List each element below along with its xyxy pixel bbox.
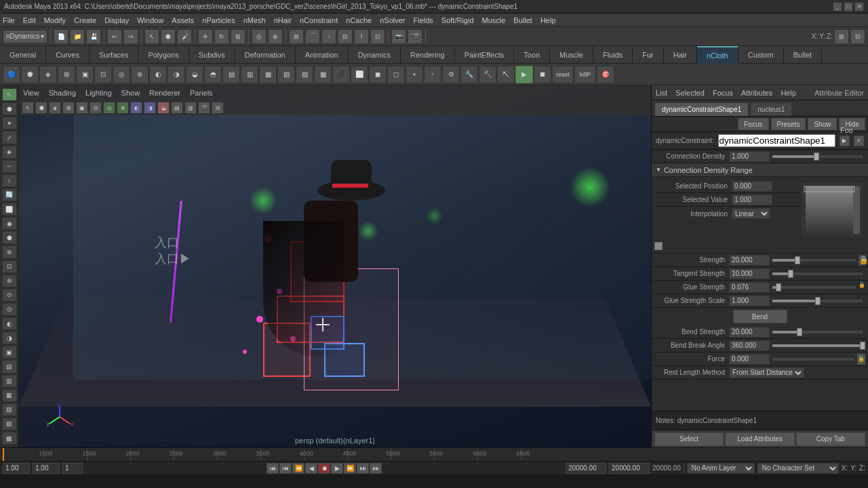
- ramp-swatch[interactable]: [654, 242, 663, 250]
- viewport-menu-renderer[interactable]: Renderer: [149, 89, 180, 97]
- menu-bullet[interactable]: Bullet: [513, 16, 532, 24]
- vp-btn-3[interactable]: ◈: [49, 102, 61, 114]
- menu-nparticles[interactable]: nParticles: [202, 16, 235, 24]
- vp-btn-6[interactable]: ⊡: [90, 102, 102, 114]
- ipr-button[interactable]: 🎬: [408, 29, 422, 44]
- left-tool-20[interactable]: ▤: [2, 360, 17, 373]
- play-back-btn[interactable]: ◀: [305, 463, 317, 474]
- left-tool-4[interactable]: ⤢: [2, 131, 17, 144]
- connection-density-thumb[interactable]: [814, 152, 819, 161]
- vp-btn-9[interactable]: ◐: [130, 102, 142, 114]
- ae-tab-shape[interactable]: dynamicConstraintShape1: [654, 102, 749, 116]
- ae-help-btn[interactable]: Help: [781, 89, 796, 97]
- snap-live[interactable]: ⊡: [370, 29, 385, 44]
- snap-grid[interactable]: ⊞: [289, 29, 304, 44]
- ncloth-tool-11[interactable]: ◒: [186, 66, 203, 83]
- ncloth-tool-10[interactable]: ◑: [167, 66, 185, 83]
- ncloth-tool-25[interactable]: ⚙: [442, 66, 460, 83]
- glue-strength-thumb[interactable]: [776, 283, 781, 291]
- glue-ss-thumb[interactable]: [815, 297, 821, 305]
- tab-animation[interactable]: Animation: [296, 46, 349, 64]
- render-button[interactable]: 📷: [391, 29, 406, 44]
- toolbar-layout[interactable]: ⊟: [850, 29, 865, 44]
- prev-frame-btn[interactable]: ⏪: [292, 463, 304, 474]
- constraint-menu-btn[interactable]: ≡: [854, 136, 864, 146]
- viewport-menu-show[interactable]: Show: [121, 89, 140, 97]
- tab-curves[interactable]: Curves: [46, 46, 90, 64]
- menu-fields[interactable]: Fields: [413, 16, 433, 24]
- bend-break-slider[interactable]: [772, 344, 863, 347]
- ae-focus-btn[interactable]: Focus: [713, 89, 733, 97]
- left-tool-23[interactable]: ▧: [2, 403, 17, 416]
- tab-bullet[interactable]: Bullet: [784, 46, 823, 64]
- ncloth-tool-26[interactable]: 🔧: [460, 66, 478, 83]
- ncloth-tool-27[interactable]: 🔨: [479, 66, 496, 83]
- viewport-menu-panels[interactable]: Panels: [190, 89, 213, 97]
- glue-lock[interactable]: 🔒: [859, 282, 865, 293]
- menu-edit[interactable]: Edit: [23, 16, 36, 24]
- ncloth-tool-24[interactable]: ▫: [424, 66, 441, 83]
- time-end-input[interactable]: [566, 463, 606, 474]
- bend-strength-input[interactable]: [729, 327, 770, 338]
- anim-layer-select[interactable]: No Anim Layer: [687, 463, 755, 474]
- vp-btn-8[interactable]: ⊕: [117, 102, 129, 114]
- menu-create[interactable]: Create: [74, 16, 96, 24]
- menu-nconstraint[interactable]: nConstraint: [300, 16, 338, 24]
- left-tool-11[interactable]: ⬟: [2, 231, 17, 244]
- timeline-playhead[interactable]: [3, 448, 4, 461]
- rest-length-select[interactable]: From Start Distance Custom: [729, 367, 804, 378]
- left-tool-17[interactable]: ◐: [2, 317, 17, 330]
- ncloth-tool-28[interactable]: ⛏: [497, 66, 515, 83]
- menu-modify[interactable]: Modify: [44, 16, 66, 24]
- rotate-tool[interactable]: ↻: [214, 29, 229, 44]
- ncloth-tool-5[interactable]: ▣: [76, 66, 94, 83]
- left-tool-7[interactable]: ↕: [2, 174, 17, 187]
- close-button[interactable]: ✕: [854, 2, 864, 12]
- time-start-input[interactable]: [3, 463, 30, 474]
- vp-select-btn[interactable]: ↖: [22, 102, 34, 114]
- ncloth-tool-18[interactable]: ▩: [314, 66, 332, 83]
- vp-btn-11[interactable]: ◒: [157, 102, 170, 114]
- presets-button[interactable]: Presets: [771, 118, 806, 130]
- ncloth-tool-9[interactable]: ◐: [149, 66, 167, 83]
- lasso-tool[interactable]: ⬟: [161, 29, 176, 44]
- open-file-button[interactable]: 📁: [70, 29, 85, 44]
- left-tool-22[interactable]: ▦: [2, 389, 17, 402]
- left-tool-8[interactable]: 🔄: [2, 188, 17, 201]
- next-key-btn[interactable]: ⏭: [357, 463, 369, 474]
- ncloth-tool-12[interactable]: ◓: [204, 66, 222, 83]
- minimize-button[interactable]: _: [833, 2, 842, 12]
- selected-value-input[interactable]: [732, 195, 772, 205]
- ncloth-tool-3[interactable]: ◈: [39, 66, 57, 83]
- ncloth-tool-6[interactable]: ⊡: [94, 66, 112, 83]
- ae-content-area[interactable]: Connection Density ▼ Connection Density …: [652, 150, 868, 411]
- next-frame-btn[interactable]: ⏩: [344, 463, 356, 474]
- connection-density-input[interactable]: [729, 151, 770, 162]
- glue-strength-scale-slider[interactable]: [772, 300, 863, 302]
- ncloth-tool-2[interactable]: ⬟: [21, 66, 39, 83]
- connection-density-slider[interactable]: [772, 155, 863, 158]
- left-tool-13[interactable]: ⊡: [2, 260, 17, 273]
- snap-view[interactable]: ⊟: [338, 29, 353, 44]
- ncloth-tool-8[interactable]: ⊕: [131, 66, 149, 83]
- left-tool-15[interactable]: ⊙: [2, 289, 17, 302]
- viewport-menu-view[interactable]: View: [23, 89, 39, 97]
- go-end-btn[interactable]: ⏭: [370, 463, 382, 474]
- frame-input[interactable]: [62, 463, 83, 474]
- tab-fluids[interactable]: Fluids: [593, 46, 633, 64]
- vp-btn-frame[interactable]: ⊟: [212, 102, 224, 114]
- tab-painteffects[interactable]: PaintEffects: [455, 46, 515, 64]
- constraint-arrow-btn[interactable]: ▶: [840, 136, 850, 146]
- constraint-input[interactable]: [718, 134, 835, 147]
- strength-input[interactable]: [729, 255, 770, 266]
- left-tool-9[interactable]: ⬜: [2, 203, 17, 216]
- bend-strength-thumb[interactable]: [797, 328, 802, 336]
- vp-btn-render[interactable]: 🎬: [198, 102, 210, 114]
- tab-fur[interactable]: Fur: [633, 46, 664, 64]
- menu-muscle[interactable]: Muscle: [482, 16, 506, 24]
- vp-btn-13[interactable]: ▥: [184, 102, 197, 114]
- interpolation-select[interactable]: Linear Smooth Spline: [732, 208, 770, 219]
- new-scene-button[interactable]: 📄: [54, 29, 68, 44]
- soft-mod-tool[interactable]: ◎: [252, 29, 267, 44]
- tab-custom[interactable]: Custom: [738, 46, 784, 64]
